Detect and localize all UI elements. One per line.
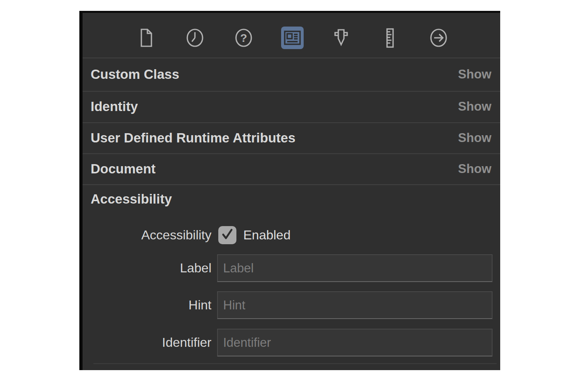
label-input[interactable] [217, 254, 493, 282]
question-mark-icon: ? [233, 27, 255, 49]
accessibility-enabled-row: Accessibility Enabled [83, 226, 500, 245]
checkmark-icon [218, 225, 236, 245]
accessibility-label-row: Label [83, 254, 500, 282]
attributes-inspector-tab[interactable] [330, 27, 352, 49]
accessibility-enabled-checkbox[interactable] [218, 226, 236, 244]
section-title: Accessibility [91, 192, 172, 207]
section-title: Document [91, 161, 155, 177]
accessibility-hint-row: Hint [83, 291, 500, 319]
file-icon [135, 27, 157, 49]
identity-inspector-tab[interactable] [281, 27, 304, 49]
file-inspector-tab[interactable] [135, 27, 157, 49]
ruler-icon [379, 27, 401, 49]
section-title: Custom Class [91, 67, 179, 82]
history-inspector-tab[interactable] [184, 27, 206, 49]
section-title: Identity [91, 99, 138, 114]
clock-icon [184, 27, 206, 49]
identity-card-icon [282, 27, 303, 49]
identity-inspector-panel: ? [79, 11, 500, 370]
show-button[interactable]: Show [458, 131, 491, 145]
section-user-defined-runtime-attributes: User Defined Runtime Attributes Show [83, 122, 500, 153]
attributes-plumb-icon [330, 27, 352, 49]
show-button[interactable]: Show [458, 162, 491, 176]
hint-field-label: Hint [83, 298, 211, 313]
accessibility-identifier-row: Identifier [83, 329, 500, 356]
quick-help-inspector-tab[interactable]: ? [232, 27, 255, 49]
separator [93, 363, 497, 364]
checkbox-label: Enabled [243, 228, 290, 243]
hint-input[interactable] [217, 291, 493, 319]
svg-text:?: ? [240, 32, 247, 44]
identifier-field-label: Identifier [83, 335, 211, 350]
section-custom-class: Custom Class Show [83, 58, 500, 91]
show-button[interactable]: Show [458, 67, 491, 82]
identifier-input[interactable] [217, 329, 493, 356]
label-field-label: Label [83, 261, 211, 276]
section-title: User Defined Runtime Attributes [91, 130, 296, 146]
connections-inspector-tab[interactable] [427, 27, 450, 49]
section-accessibility: Accessibility [83, 184, 500, 214]
section-document: Document Show [83, 153, 500, 184]
accessibility-row-label: Accessibility [83, 228, 211, 243]
show-button[interactable]: Show [458, 99, 491, 114]
inspector-toolbar: ? [135, 27, 450, 49]
arrow-right-circle-icon [428, 27, 449, 49]
section-identity: Identity Show [83, 91, 500, 122]
size-inspector-tab[interactable] [379, 27, 401, 49]
